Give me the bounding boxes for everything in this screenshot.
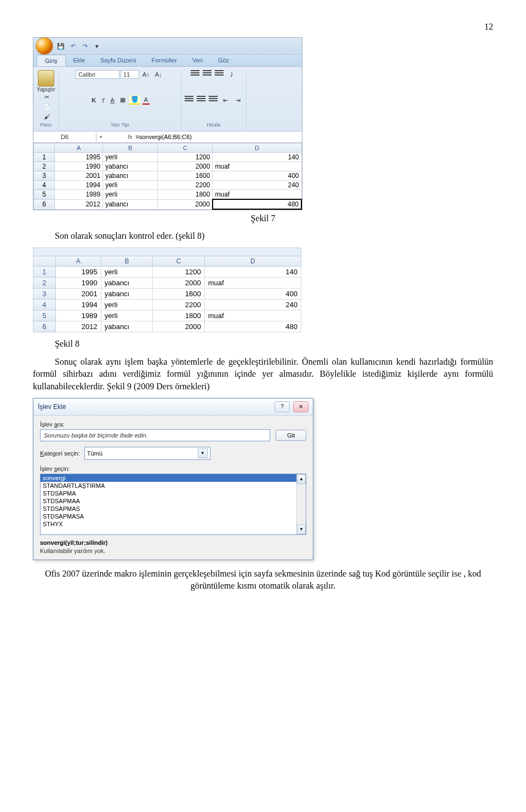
qat-dropdown-icon[interactable]: ▾ bbox=[93, 42, 101, 50]
tab-insert[interactable]: Ekle bbox=[66, 55, 93, 66]
border-icon[interactable]: ▦ bbox=[118, 96, 127, 104]
align-top-icon[interactable] bbox=[191, 70, 199, 77]
row-header[interactable]: 2 bbox=[33, 278, 56, 289]
cell[interactable]: 1200 bbox=[153, 267, 205, 278]
row-header[interactable]: 1 bbox=[33, 267, 56, 278]
name-box[interactable]: D6 bbox=[33, 133, 96, 141]
cell[interactable]: yabancı bbox=[103, 162, 158, 171]
table-row[interactable]: 6 2012 yabancı 2000 480 bbox=[34, 199, 302, 209]
column-header[interactable]: A bbox=[55, 256, 101, 267]
bold-icon[interactable]: K bbox=[90, 96, 98, 104]
align-middle-icon[interactable] bbox=[203, 70, 211, 77]
select-all-corner[interactable] bbox=[34, 143, 55, 153]
list-item[interactable]: sonvergi bbox=[41, 474, 306, 482]
column-header[interactable]: C bbox=[153, 256, 205, 267]
search-input[interactable]: Sorunuzu başka bir biçimde ifade edin. bbox=[40, 429, 270, 441]
row-header[interactable]: 3 bbox=[33, 289, 56, 300]
column-header[interactable]: D bbox=[213, 143, 301, 153]
spreadsheet-grid[interactable]: A B C D 1 1995 yerli 1200 140 2 1990 yab… bbox=[33, 143, 302, 210]
column-header[interactable]: D bbox=[204, 256, 301, 267]
cell[interactable]: 1995 bbox=[55, 267, 101, 278]
table-row[interactable]: 5 1989 yerli 1800 muaf bbox=[34, 190, 302, 200]
scroll-up-icon[interactable]: ▲ bbox=[297, 474, 306, 484]
cell[interactable]: 480 bbox=[204, 321, 301, 332]
selected-cell[interactable]: 480 bbox=[213, 199, 301, 209]
save-icon[interactable]: 💾 bbox=[56, 42, 65, 50]
cell[interactable]: 1600 bbox=[153, 289, 205, 300]
cell[interactable]: 2001 bbox=[55, 171, 103, 181]
cell[interactable]: 2012 bbox=[55, 321, 101, 332]
list-item[interactable]: STDSAPMAS bbox=[41, 505, 306, 512]
row-header[interactable]: 4 bbox=[34, 181, 55, 190]
format-painter-icon[interactable]: 🖌 bbox=[42, 113, 53, 120]
orientation-icon[interactable]: ⤸ bbox=[227, 71, 236, 79]
cell[interactable]: 140 bbox=[213, 153, 301, 162]
office-button[interactable] bbox=[36, 37, 53, 55]
cell[interactable]: yerli bbox=[101, 310, 153, 321]
cell[interactable]: yabancı bbox=[101, 289, 153, 300]
align-left-icon[interactable] bbox=[185, 96, 193, 102]
cell[interactable]: yabancı bbox=[101, 321, 153, 332]
font-size-box[interactable]: 11 bbox=[121, 70, 139, 79]
decrease-font-icon[interactable]: A↓ bbox=[153, 71, 164, 78]
italic-icon[interactable]: T bbox=[100, 96, 106, 104]
cell[interactable]: 240 bbox=[213, 181, 301, 190]
cell[interactable]: muaf bbox=[213, 162, 301, 171]
table-row[interactable]: 6 2012 yabancı 2000 480 bbox=[33, 321, 301, 332]
tab-data[interactable]: Veri bbox=[185, 55, 210, 66]
tab-page-layout[interactable]: Sayfa Düzeni bbox=[93, 55, 144, 66]
cell[interactable]: muaf bbox=[204, 278, 301, 289]
list-item[interactable]: STHYX bbox=[41, 520, 306, 528]
font-name-box[interactable]: Calibri bbox=[76, 70, 119, 79]
list-item[interactable]: STDSAPMASA bbox=[41, 512, 306, 520]
scroll-down-icon[interactable]: ▼ bbox=[297, 525, 306, 534]
cut-icon[interactable]: ✂ bbox=[42, 93, 53, 101]
row-header[interactable]: 5 bbox=[34, 190, 55, 200]
cell[interactable]: 400 bbox=[213, 171, 301, 181]
row-header[interactable]: 3 bbox=[34, 171, 55, 181]
dialog-close-icon[interactable]: ✕ bbox=[293, 401, 308, 412]
tab-home[interactable]: Giriş bbox=[37, 55, 66, 66]
cell[interactable]: yerli bbox=[103, 190, 158, 200]
cell[interactable]: 1995 bbox=[55, 153, 103, 162]
increase-font-icon[interactable]: A↑ bbox=[141, 71, 151, 78]
column-header[interactable]: B bbox=[101, 256, 153, 267]
category-select[interactable]: Tümü ▼ bbox=[84, 447, 210, 460]
dialog-help-icon[interactable]: ? bbox=[275, 401, 290, 412]
font-color-icon[interactable]: A bbox=[142, 96, 150, 105]
cell[interactable]: 2000 bbox=[153, 278, 205, 289]
cell[interactable]: 1994 bbox=[55, 181, 103, 190]
row-header[interactable]: 5 bbox=[33, 310, 56, 321]
list-item[interactable]: STDSAPMAA bbox=[41, 497, 306, 505]
name-box-dropdown-icon[interactable]: ▾ bbox=[100, 134, 102, 140]
row-header[interactable]: 6 bbox=[33, 321, 56, 332]
tab-formulas[interactable]: Formüller bbox=[144, 55, 184, 66]
row-header[interactable]: 1 bbox=[34, 153, 55, 162]
undo-icon[interactable]: ↶ bbox=[68, 42, 77, 50]
tab-review[interactable]: Göz bbox=[210, 55, 237, 66]
cell[interactable]: 2000 bbox=[153, 321, 205, 332]
table-row[interactable]: 3 2001 yabancı 1600 400 bbox=[33, 289, 301, 300]
table-row[interactable]: 1 1995 yerli 1200 140 bbox=[34, 153, 302, 162]
table-row[interactable]: 4 1994 yerli 2200 240 bbox=[34, 181, 302, 190]
cell[interactable]: 1990 bbox=[55, 278, 101, 289]
cell[interactable]: 1989 bbox=[55, 190, 103, 200]
cell[interactable]: muaf bbox=[204, 310, 301, 321]
cell[interactable]: yerli bbox=[101, 300, 153, 310]
cell[interactable]: 2200 bbox=[158, 181, 213, 190]
chevron-down-icon[interactable]: ▼ bbox=[198, 448, 208, 458]
cell[interactable]: 1200 bbox=[158, 153, 213, 162]
function-listbox[interactable]: sonvergi STANDARTLAŞTIRMA STDSAPMA STDSA… bbox=[40, 474, 306, 535]
column-header[interactable]: A bbox=[55, 143, 103, 153]
table-row[interactable]: 2 1990 yabancı 2000 muaf bbox=[34, 162, 302, 171]
table-row[interactable]: 3 2001 yabancı 1600 400 bbox=[34, 171, 302, 181]
row-header[interactable]: 2 bbox=[34, 162, 55, 171]
go-button[interactable]: Git bbox=[276, 430, 306, 441]
table-row[interactable]: 1 1995 yerli 1200 140 bbox=[33, 267, 301, 278]
cell[interactable]: 2001 bbox=[55, 289, 101, 300]
cell[interactable]: 140 bbox=[204, 267, 301, 278]
align-center-icon[interactable] bbox=[197, 96, 205, 102]
select-all-corner[interactable] bbox=[33, 256, 56, 267]
cell[interactable]: 2012 bbox=[55, 199, 103, 209]
underline-icon[interactable]: A bbox=[108, 96, 116, 104]
